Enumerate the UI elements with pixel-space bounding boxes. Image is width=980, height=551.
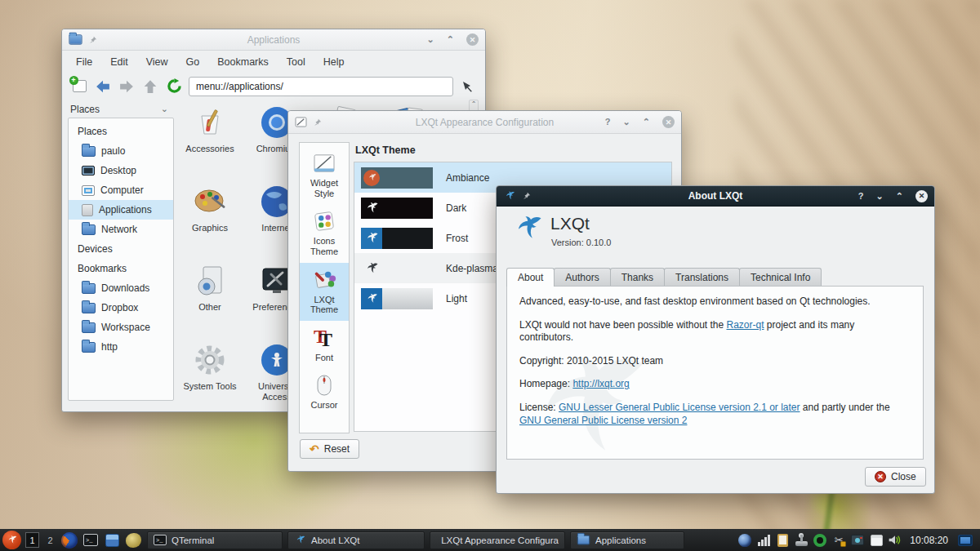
about-text-line: Copyright: 2010-2015 LXQt team	[519, 355, 911, 368]
appearance-window-icon	[295, 117, 307, 127]
clock[interactable]: 10:08:20	[910, 535, 948, 546]
sidebar-section-bookmarks: Bookmarks	[69, 259, 173, 278]
terminal-icon: >_	[83, 534, 98, 546]
appearance-titlebar[interactable]: LXQt Appearance Configuration ? ⌄ ⌃ ✕	[288, 111, 681, 134]
sidebar-section-places: Places	[69, 122, 173, 141]
sidebar-item-paulo[interactable]: paulo	[69, 141, 173, 161]
window-icon[interactable]	[869, 533, 884, 548]
close-dialog-button[interactable]: ✕ Close	[865, 467, 926, 487]
workspace-1-button[interactable]: 1	[25, 532, 39, 548]
address-bar[interactable]	[189, 77, 453, 96]
accessories-icon	[191, 104, 229, 141]
task-appearance-config[interactable]: LXQt Appearance Configura	[430, 531, 565, 549]
app-category-other[interactable]: Other	[176, 258, 243, 337]
workspace-2-button[interactable]: 2	[43, 532, 57, 548]
signal-strength-icon[interactable]	[756, 533, 771, 548]
maximize-button[interactable]: ⌃	[896, 192, 903, 201]
sidebar-item-lxqt-theme[interactable]: LXQt Theme	[300, 263, 349, 321]
close-button[interactable]: ✕	[915, 190, 928, 202]
system-tray: ✂	[737, 533, 902, 548]
close-button[interactable]: ✕	[662, 116, 675, 128]
about-window-title: About LXQt	[546, 190, 885, 202]
fm-titlebar[interactable]: Applications ⌄ ⌃ ✕	[62, 29, 485, 51]
recorder-icon[interactable]	[813, 533, 827, 548]
network-globe-icon[interactable]	[737, 533, 752, 548]
menu-help[interactable]: Help	[314, 56, 354, 68]
pin-icon[interactable]	[314, 118, 322, 127]
sidebar-item-applications[interactable]: Applications	[69, 200, 173, 220]
network-folder-icon	[82, 224, 96, 235]
sidebar-item-cursor[interactable]: Cursor	[300, 368, 349, 416]
about-titlebar[interactable]: About LXQt ? ⌄ ⌃ ✕	[497, 186, 934, 207]
app-launcher[interactable]	[124, 531, 142, 549]
up-icon[interactable]	[141, 78, 159, 96]
help-button[interactable]: ?	[605, 118, 611, 127]
menu-view[interactable]: View	[137, 56, 177, 68]
sidebar-item-downloads[interactable]: Downloads	[69, 278, 173, 298]
menu-edit[interactable]: Edit	[101, 56, 137, 68]
task-about-lxqt[interactable]: About LXQt	[287, 531, 425, 549]
palette-icon	[191, 183, 229, 220]
menu-bookmarks[interactable]: Bookmarks	[208, 56, 278, 68]
go-arrow-icon[interactable]	[459, 78, 477, 96]
menu-tool[interactable]: Tool	[278, 56, 314, 68]
help-button[interactable]: ?	[858, 192, 864, 201]
pin-icon[interactable]	[523, 192, 531, 200]
terminal-launcher[interactable]: >_	[82, 531, 100, 549]
minimize-button[interactable]: ⌄	[876, 192, 884, 201]
pin-icon[interactable]	[89, 36, 97, 44]
sidebar-item-widget-style[interactable]: Widget Style	[300, 146, 349, 204]
lxqt-logo	[508, 211, 547, 247]
sidebar-item-icons-theme[interactable]: Icons Theme	[300, 204, 349, 262]
lxqt-menu-button[interactable]	[2, 531, 21, 549]
back-icon[interactable]	[94, 78, 112, 96]
tab-translations[interactable]: Translations	[664, 268, 740, 286]
reset-button[interactable]: ↶ Reset	[300, 439, 359, 459]
menu-file[interactable]: File	[67, 56, 101, 68]
forward-icon[interactable]	[118, 78, 136, 96]
task-qterminal[interactable]: >_ QTerminal	[147, 531, 283, 549]
app-category-graphics[interactable]: Graphics	[176, 179, 243, 258]
joystick-icon[interactable]	[794, 533, 808, 548]
firefox-launcher[interactable]	[60, 531, 78, 549]
volume-icon[interactable]	[888, 533, 902, 548]
app-name: LXQt	[550, 214, 590, 233]
screenshot-icon[interactable]	[850, 533, 865, 548]
new-tab-icon[interactable]	[70, 78, 88, 96]
tab-about[interactable]: About	[506, 268, 555, 287]
theme-swatch	[361, 258, 433, 279]
gpl-link[interactable]: GNU General Public License version 2	[519, 415, 687, 426]
tab-authors[interactable]: Authors	[554, 268, 610, 286]
theme-swatch	[361, 198, 433, 219]
task-applications[interactable]: Applications	[570, 531, 684, 549]
app-category-system-tools[interactable]: System Tools	[176, 337, 243, 401]
sidebar-item-workspace[interactable]: Workspace	[69, 318, 173, 337]
places-panel-selector[interactable]: Places ⌄	[62, 100, 176, 118]
minimize-button[interactable]: ⌄	[427, 35, 434, 44]
minimize-button[interactable]: ⌄	[623, 118, 630, 127]
scroll-up-icon[interactable]: ⌃	[471, 100, 477, 108]
refresh-icon[interactable]	[165, 78, 183, 96]
menu-go[interactable]: Go	[177, 56, 209, 68]
close-button[interactable]: ✕	[466, 33, 479, 46]
lgpl-link[interactable]: GNU Lesser General Public License versio…	[559, 402, 800, 413]
app-category-accessories[interactable]: Accessories	[176, 100, 243, 179]
homepage-link[interactable]: http://lxqt.org	[572, 378, 629, 389]
clipboard-icon[interactable]	[775, 533, 790, 548]
tab-thanks[interactable]: Thanks	[610, 268, 665, 286]
sidebar-item-font[interactable]: T T Font	[300, 321, 349, 369]
tab-technical-info[interactable]: Technical Info	[739, 268, 822, 286]
clipper-lock-icon[interactable]: ✂	[831, 533, 846, 548]
sidebar-item-computer[interactable]: Computer	[69, 180, 173, 200]
puffball-icon	[126, 533, 141, 548]
razor-qt-link[interactable]: Razor-qt	[727, 319, 764, 331]
maximize-button[interactable]: ⌃	[447, 35, 454, 44]
sidebar-item-network[interactable]: Network	[69, 220, 173, 239]
package-icon	[191, 262, 229, 300]
sidebar-item-desktop[interactable]: Desktop	[69, 161, 173, 180]
sidebar-item-http[interactable]: http	[69, 337, 173, 357]
file-manager-launcher[interactable]	[103, 531, 121, 549]
show-desktop-button[interactable]	[958, 535, 973, 546]
maximize-button[interactable]: ⌃	[643, 118, 650, 127]
sidebar-item-dropbox[interactable]: Dropbox	[69, 298, 173, 318]
